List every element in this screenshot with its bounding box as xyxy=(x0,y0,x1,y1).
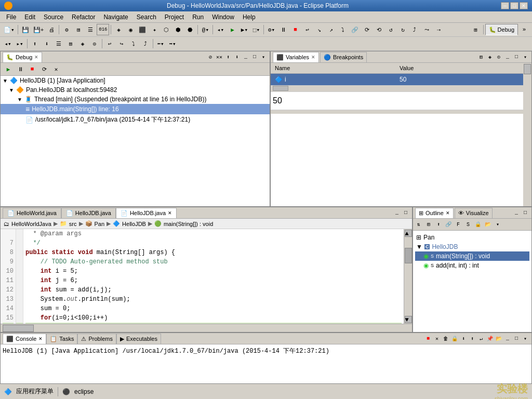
editor-tab-close-2[interactable]: ✕ xyxy=(168,210,172,216)
bc-item-0[interactable]: HelloWorldJava xyxy=(11,221,51,227)
nav-forward[interactable]: ▸▾ xyxy=(14,38,25,49)
debug-run[interactable]: ⚙▾ xyxy=(265,24,277,35)
nav-btn8[interactable]: ↪ xyxy=(116,38,127,49)
outline-hide-fields[interactable]: F xyxy=(454,220,463,229)
nav-btn12[interactable]: ➡▾ xyxy=(167,38,178,49)
breakpoints-tab[interactable]: 🔵 Breakpoints xyxy=(320,52,367,62)
console-clear[interactable]: 🗑 xyxy=(442,335,450,343)
scrollbar-down-arrow[interactable]: ▼ xyxy=(405,316,412,323)
menu-search[interactable]: Search xyxy=(132,12,161,22)
debug-connect4[interactable]: ↺ xyxy=(385,24,396,35)
debug-step3[interactable]: ↗ xyxy=(325,24,337,35)
debug-connect7[interactable]: ⤳ xyxy=(421,24,432,35)
nav-btn4[interactable]: ⊞ xyxy=(65,38,76,49)
debug-maximize[interactable]: □ xyxy=(250,53,259,61)
console-pin[interactable]: 📌 xyxy=(486,335,494,343)
bc-item-2[interactable]: Pan xyxy=(95,221,105,227)
var-v-scrollbar[interactable] xyxy=(523,63,531,206)
outline-hide-static[interactable]: S xyxy=(463,220,473,229)
menu-edit[interactable]: Edit xyxy=(20,12,39,22)
window-controls[interactable]: ─ □ ✕ xyxy=(501,2,528,9)
var-btn3[interactable]: ⊙ xyxy=(495,53,503,61)
var-h-scrollbar[interactable] xyxy=(271,85,523,91)
console-scroll-end[interactable]: ⬇ xyxy=(459,335,468,343)
editor-maximize[interactable]: □ xyxy=(402,209,410,217)
run-prev[interactable]: ◂▾ xyxy=(215,24,226,35)
outline-categories[interactable]: 📂 xyxy=(483,220,493,229)
editor-v-scrollbar[interactable]: ▲ ▼ xyxy=(404,229,412,324)
var-row-0[interactable]: 🔷 i 50 xyxy=(271,74,523,85)
menu-navigate[interactable]: Navigate xyxy=(99,12,132,22)
outline-item-add[interactable]: ◉ S add(int, int) : int xyxy=(415,261,529,270)
console-open-file[interactable]: 📂 xyxy=(495,335,503,343)
outline-tab-close[interactable]: ✕ xyxy=(446,210,450,216)
save-button[interactable]: 💾 xyxy=(20,24,31,35)
menu-run[interactable]: Run xyxy=(188,12,208,22)
var-menu[interactable]: ▾ xyxy=(521,53,529,61)
perspective-more[interactable]: » xyxy=(518,24,530,35)
debug-terminate[interactable]: ■ xyxy=(26,63,38,75)
tool-at[interactable]: @▾ xyxy=(200,24,211,35)
console-max[interactable]: □ xyxy=(512,335,521,343)
debug-resume[interactable]: ▶ xyxy=(3,63,14,75)
debug-btn1[interactable]: ⚙ xyxy=(61,24,72,35)
console-menu[interactable]: ▾ xyxy=(521,335,529,343)
debug-tree-item-4[interactable]: 📄 /usr/local/jdk1.7.0_67/bin/java (2015-… xyxy=(1,114,270,125)
print-button[interactable]: 🖨 xyxy=(46,24,57,35)
debug-collapse[interactable]: ⬆ xyxy=(224,53,232,61)
debug-tab[interactable]: 🐛 Debug ✕ xyxy=(3,52,42,62)
nav-btn11[interactable]: ⬅▾ xyxy=(155,38,166,49)
outline-link[interactable]: 🔗 xyxy=(444,220,453,229)
tool-btn7[interactable]: ⬣ xyxy=(184,24,196,35)
menu-window[interactable]: Window xyxy=(208,12,238,22)
outline-hide-non-pub[interactable]: 🔒 xyxy=(473,220,483,229)
perspective-debug[interactable]: 🐛 Debug xyxy=(485,24,518,35)
nav-btn6[interactable]: ⊙ xyxy=(89,38,100,49)
debug-tab-close-icon[interactable]: ✕ xyxy=(34,55,38,60)
outline-sort[interactable]: ⇅ xyxy=(414,220,423,229)
outline-collapse[interactable]: ⬆ xyxy=(434,220,443,229)
editor-h-scrollbar[interactable] xyxy=(1,324,412,332)
executables-tab[interactable]: ▶ Executables xyxy=(116,334,161,344)
debug-connect6[interactable]: ⤴ xyxy=(409,24,420,35)
debug-btn4[interactable]: 016 xyxy=(97,24,109,35)
outline-item-main[interactable]: ◉ S main(String[]) : void xyxy=(415,251,529,261)
debug-minimize[interactable]: _ xyxy=(242,53,250,61)
editor-tab-2[interactable]: 📄 HelloJDB.java ✕ xyxy=(116,208,177,218)
maximize-button[interactable]: □ xyxy=(510,2,518,9)
tool-btn4[interactable]: ✦ xyxy=(149,24,160,35)
nav-btn10[interactable]: ⤴ xyxy=(140,38,151,49)
console-terminate[interactable]: ■ xyxy=(424,335,432,343)
debug-remove-all[interactable]: ✕✕ xyxy=(215,53,223,61)
run-btn3[interactable]: ⬚▾ xyxy=(250,24,262,35)
run-btn2[interactable]: ▶▾ xyxy=(238,24,250,35)
tool-btn5[interactable]: ⬡ xyxy=(161,24,172,35)
menu-file[interactable]: File xyxy=(2,12,20,22)
debug-tree-item-3[interactable]: ≡ HelloJDB.main(String[]) line: 16 xyxy=(1,104,270,114)
outline-filter[interactable]: ⊞ xyxy=(424,220,433,229)
variables-tab-close-icon[interactable]: ✕ xyxy=(311,55,315,60)
run-btn[interactable]: ▶ xyxy=(227,24,238,35)
menu-refactor[interactable]: Refactor xyxy=(68,12,99,22)
tool-btn6[interactable]: ⬢ xyxy=(172,24,184,35)
code-area[interactable]: * @param args */ public static void main… xyxy=(23,229,404,324)
debug-step[interactable]: ↩ xyxy=(301,24,313,35)
visualize-tab[interactable]: 👁 Visualize xyxy=(455,208,493,218)
debug-btn3[interactable]: ☰ xyxy=(85,24,96,35)
debug-suspend[interactable]: ⏸ xyxy=(15,63,26,75)
nav-btn3[interactable]: ☰ xyxy=(53,38,64,49)
new-button[interactable]: 📄▾ xyxy=(2,24,16,35)
console-close-icon[interactable]: ✕ xyxy=(38,336,43,341)
tool-btn3[interactable]: ⬛ xyxy=(137,24,148,35)
outline-item-hellojdb[interactable]: ▼ C HelloJDB xyxy=(415,242,529,251)
nav-btn1[interactable]: ⬆ xyxy=(29,38,41,49)
var-btn2[interactable]: ◈ xyxy=(486,53,494,61)
app-menu-label[interactable]: 应用程序菜单 xyxy=(16,387,54,396)
var-btn1[interactable]: ⊞ xyxy=(477,53,485,61)
debug-disconnect[interactable]: ⟳ xyxy=(38,63,50,75)
nav-back[interactable]: ◂▾ xyxy=(2,38,14,49)
console-remove[interactable]: ✕ xyxy=(433,335,441,343)
console-tab[interactable]: ⬛ Console ✕ xyxy=(3,334,46,344)
tree-expand-1[interactable]: ▼ xyxy=(9,87,14,93)
debug-connect[interactable]: 🔗 xyxy=(349,24,361,35)
